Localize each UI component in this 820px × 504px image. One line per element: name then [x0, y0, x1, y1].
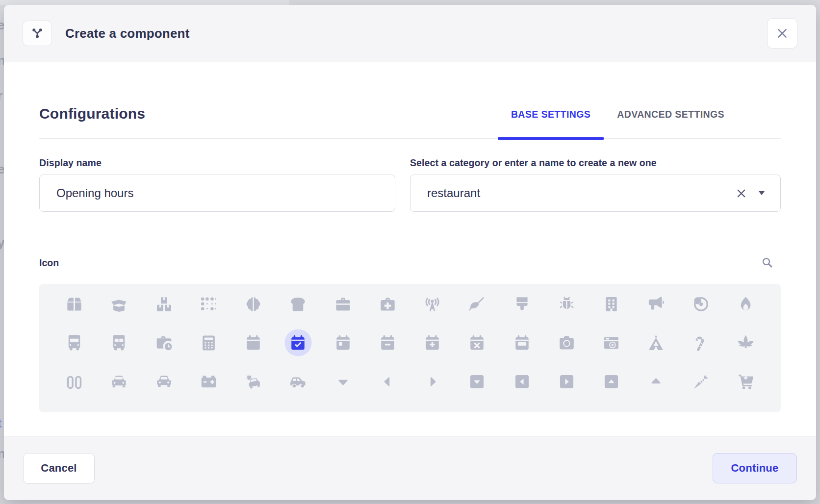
calendar-week-icon: [513, 334, 531, 352]
brush-icon: [513, 295, 531, 313]
display-name-field: Display name: [39, 157, 395, 212]
calendar-day-icon: [334, 334, 352, 352]
tab-base-settings[interactable]: BASE SETTINGS: [498, 104, 604, 139]
continue-button[interactable]: Continue: [713, 453, 797, 483]
bread-slice-icon: [289, 295, 307, 313]
campground-icon: [647, 334, 665, 352]
broom-icon: [468, 295, 486, 313]
icon-cell-business-time[interactable]: [142, 333, 186, 353]
icon-cell-capsules[interactable]: [52, 372, 97, 391]
icon-cell-calendar-day[interactable]: [321, 333, 365, 353]
close-button[interactable]: [767, 18, 797, 49]
icon-cell-calendar-times[interactable]: [455, 333, 499, 353]
icon-cell-caret-square-right[interactable]: [544, 372, 589, 391]
icon-cell-cannabis[interactable]: [723, 333, 768, 353]
boxes-icon: [155, 295, 173, 313]
icon-label: Icon: [39, 256, 59, 269]
bullseye-icon: [692, 295, 710, 313]
icon-cell-building[interactable]: [589, 294, 634, 314]
calendar-times-icon: [468, 334, 486, 352]
icon-cell-boxes[interactable]: [142, 294, 186, 314]
icon-cell-car-battery[interactable]: [186, 372, 231, 391]
icon-cell-bread-slice[interactable]: [276, 294, 320, 314]
icon-cell-broadcast-tower[interactable]: [410, 294, 455, 314]
chevron-down-icon[interactable]: [759, 191, 765, 195]
icon-cell-caret-square-down[interactable]: [455, 372, 499, 391]
icon-cell-carrot[interactable]: [679, 372, 723, 391]
modal-title: Create a component: [65, 26, 767, 41]
icon-cell-calendar-week[interactable]: [500, 333, 544, 353]
candy-cane-icon: [692, 334, 710, 352]
clear-x-icon: [735, 187, 748, 200]
modal-footer: Cancel Continue: [4, 436, 816, 500]
icon-cell-car-alt[interactable]: [142, 372, 186, 391]
icon-cell-car[interactable]: [97, 372, 141, 391]
icon-cell-calendar-minus[interactable]: [365, 333, 410, 353]
capsules-icon: [65, 373, 83, 391]
icon-cell-caret-left[interactable]: [365, 372, 410, 391]
building-icon: [602, 295, 620, 313]
caret-right-icon: [423, 373, 441, 391]
clear-category-button[interactable]: [735, 187, 748, 200]
cancel-button[interactable]: Cancel: [23, 453, 95, 484]
icon-cell-cart-arrow-down[interactable]: [723, 372, 768, 391]
close-icon: [775, 26, 789, 40]
create-component-modal: Create a component Configurations BASE S…: [4, 5, 816, 500]
category-combobox[interactable]: restaurant: [410, 175, 781, 212]
icon-grid: [39, 284, 781, 412]
icon-cell-calendar-check[interactable]: [276, 333, 320, 353]
icon-cell-bus[interactable]: [52, 333, 97, 353]
icon-cell-box-open[interactable]: [97, 294, 141, 314]
form-fields-row: Display name Select a category or enter …: [39, 157, 781, 212]
search-icon: [761, 256, 774, 269]
icon-cell-camera-retro[interactable]: [589, 333, 634, 353]
car-alt-icon: [155, 373, 173, 391]
icon-section-header: Icon: [39, 256, 781, 269]
car-side-icon: [289, 373, 307, 391]
car-battery-icon: [200, 373, 218, 391]
icon-cell-camera[interactable]: [544, 333, 589, 353]
background-text-fragment: r: [0, 88, 2, 103]
tab-advanced-settings[interactable]: ADVANCED SETTINGS: [604, 104, 738, 139]
icon-cell-calendar[interactable]: [231, 333, 276, 353]
icon-cell-burn[interactable]: [723, 294, 768, 314]
icon-cell-bullhorn[interactable]: [634, 294, 678, 314]
car-icon: [110, 373, 128, 391]
settings-tabs: BASE SETTINGS ADVANCED SETTINGS: [498, 104, 738, 139]
icon-cell-campground[interactable]: [634, 333, 678, 353]
icon-cell-calculator[interactable]: [186, 333, 231, 353]
icon-cell-broom[interactable]: [455, 294, 499, 314]
background-window-strip: [0, 0, 289, 5]
section-divider: [39, 138, 781, 139]
component-node-icon-box: [23, 21, 52, 46]
icon-cell-caret-square-up[interactable]: [589, 372, 634, 391]
icon-cell-box[interactable]: [52, 294, 97, 314]
category-value: restaurant: [427, 186, 735, 200]
icon-cell-bug[interactable]: [544, 294, 589, 314]
icon-cell-bus-alt[interactable]: [97, 333, 141, 353]
icon-search-button[interactable]: [761, 256, 774, 269]
background-text-fragment: t: [0, 416, 2, 431]
icon-cell-brain[interactable]: [231, 294, 276, 314]
display-name-input[interactable]: [39, 175, 395, 212]
brain-icon: [244, 295, 262, 313]
icon-cell-caret-square-left[interactable]: [500, 372, 544, 391]
icon-cell-bullseye[interactable]: [679, 294, 723, 314]
calendar-minus-icon: [379, 334, 397, 352]
icon-cell-braille[interactable]: [186, 294, 231, 314]
icon-cell-caret-right[interactable]: [410, 372, 455, 391]
bus-alt-icon: [110, 334, 128, 352]
icon-cell-briefcase[interactable]: [321, 294, 365, 314]
icon-cell-brush[interactable]: [500, 294, 544, 314]
icon-cell-car-crash[interactable]: [231, 372, 276, 391]
icon-cell-briefcase-medical[interactable]: [365, 294, 410, 314]
box-open-icon: [110, 295, 128, 313]
icon-cell-caret-down[interactable]: [321, 372, 365, 391]
icon-cell-caret-up[interactable]: [634, 372, 678, 391]
car-crash-icon: [244, 373, 262, 391]
icon-cell-car-side[interactable]: [276, 372, 320, 391]
icon-cell-candy-cane[interactable]: [679, 333, 723, 353]
calendar-plus-icon: [423, 334, 441, 352]
icon-cell-calendar-plus[interactable]: [410, 333, 455, 353]
configurations-heading: Configurations: [39, 104, 145, 139]
